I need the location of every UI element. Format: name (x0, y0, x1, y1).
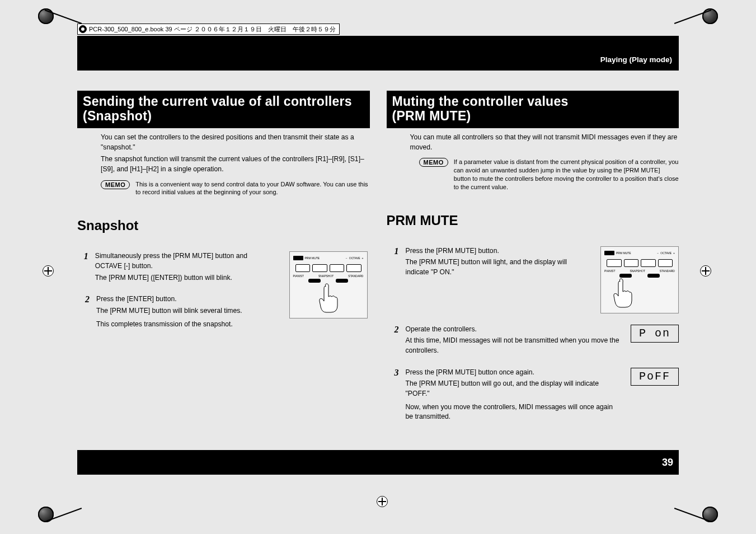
step-2a: Press the [ENTER] button. (96, 294, 242, 305)
step-number: 2 (82, 294, 90, 331)
step-3c: Now, when you move the controllers, MIDI… (406, 402, 620, 422)
build-meta-label: PCR-300_500_800_e.book 39 ページ ２００６年１２月１９… (77, 24, 340, 35)
illus-label-octave: OCTAVE (660, 251, 672, 255)
step-2b: At this time, MIDI messages will not be … (406, 336, 620, 355)
section-title-prmmute: Muting the controller values (PRM MUTE) (387, 91, 679, 128)
section-title-line2: (Snapshot) (83, 109, 364, 123)
illus-label-pianist: PIANIST (293, 274, 304, 278)
step-1a: Simultaneously press the [PRM MUTE] butt… (95, 251, 274, 271)
crop-mark-bottom (377, 496, 390, 509)
step-1b: The [PRM MUTE] ([ENTER]) button will bli… (95, 273, 274, 283)
panel-illustration-left: PRM MUTE − OCTAVE + PIANIST SNAPSHOT STA… (289, 251, 368, 318)
footer-band: 39 (77, 450, 679, 475)
binder-ring-bottom-left (38, 507, 60, 529)
hand-icon (312, 281, 345, 315)
build-meta-text: PCR-300_500_800_e.book 39 ページ ２００６年１２月１９… (89, 25, 336, 34)
illus-label-standard: STANDARD (660, 269, 675, 273)
illus-label-plus: + (673, 251, 675, 255)
section-title-line2: (PRM MUTE) (392, 109, 674, 123)
illus-label-standard: STANDARD (348, 274, 363, 278)
section-title-snapshot: Sending the current value of all control… (77, 91, 370, 128)
prmmute-steps: 1 Press the [PRM MUTE] button. The [PRM … (387, 246, 679, 424)
snapshot-subheader: Snapshot (77, 218, 370, 233)
illus-label-snapshot: SNAPSHOT (318, 274, 334, 278)
step-1a: Press the [PRM MUTE] button. (406, 246, 586, 256)
panel-illustration-right: PRM MUTE − OCTAVE + PIANIST SNAPSHOT (600, 246, 679, 313)
step-number: 1 (82, 251, 88, 284)
step-number: 1 (391, 246, 399, 313)
step-number: 3 (391, 368, 399, 424)
illus-label-prmmute: PRM MUTE (616, 251, 631, 255)
step-1b: The [PRM MUTE] button will light, and th… (406, 257, 586, 277)
snapshot-intro: You can set the controllers to the desir… (77, 133, 370, 175)
step-number: 2 (391, 325, 399, 358)
prmmute-subheader: PRM MUTE (387, 213, 679, 228)
binder-ring-top-left (38, 8, 60, 31)
page-number: 39 (662, 457, 673, 469)
crop-mark-left (43, 265, 56, 279)
binder-ring-bottom-right (696, 507, 718, 529)
bullseye-icon (79, 25, 87, 33)
binder-ring-top-right (696, 8, 718, 31)
lcd-value: PoFF (639, 370, 670, 383)
page: PCR-300_500_800_e.book 39 ページ ２００６年１２月１９… (22, 11, 734, 526)
hand-icon (606, 276, 640, 310)
step-1: 1 Press the [PRM MUTE] button. The [PRM … (391, 246, 679, 313)
intro-p1: You can mute all controllers so that the… (410, 133, 679, 152)
step-2a: Operate the controllers. (406, 325, 620, 335)
memo-text-left: This is a convenient way to send control… (135, 180, 369, 197)
illus-label-prmmute: PRM MUTE (305, 256, 320, 260)
content-area: Sending the current value of all control… (77, 91, 679, 448)
illus-label-minus: − (346, 256, 348, 260)
memo-text-right: If a parameter value is distant from the… (454, 158, 679, 191)
memo-block-right: MEMO If a parameter value is distant fro… (387, 158, 679, 191)
step-3b: The [PRM MUTE] button will go out, and t… (406, 379, 620, 399)
snapshot-steps: 1 Simultaneously press the [PRM MUTE] bu… (77, 251, 274, 331)
crop-mark-right (700, 265, 713, 279)
memo-badge: MEMO (101, 180, 130, 189)
intro-p2: The snapshot function will transmit the … (101, 154, 370, 174)
memo-block-left: MEMO This is a convenient way to send co… (77, 180, 370, 197)
illus-label-plus: + (362, 256, 364, 260)
step-2: 2 Operate the controllers. At this time,… (391, 325, 679, 358)
left-column: Sending the current value of all control… (77, 91, 370, 434)
prmmute-intro: You can mute all controllers so that the… (387, 133, 679, 152)
illus-pill-cancel (647, 274, 660, 278)
header-band: Playing (Play mode) (77, 36, 679, 71)
illus-label-pianist: PIANIST (604, 269, 615, 273)
step-3a: Press the [PRM MUTE] button once again. (406, 368, 620, 378)
right-column: Muting the controller values (PRM MUTE) … (387, 91, 679, 434)
lcd-display-on: P on (631, 325, 679, 343)
step-2: 2 Press the [ENTER] button. The [PRM MUT… (82, 294, 274, 331)
illus-label-minus: − (657, 251, 659, 255)
header-section-title: Playing (Play mode) (600, 55, 672, 64)
illus-label-snapshot: SNAPSHOT (630, 269, 645, 273)
section-title-line1: Muting the controller values (392, 94, 674, 109)
step-1: 1 Simultaneously press the [PRM MUTE] bu… (82, 251, 274, 284)
section-title-line1: Sending the current value of all control… (83, 94, 364, 109)
lcd-value: P on (639, 327, 670, 340)
intro-p1: You can set the controllers to the desir… (101, 133, 370, 152)
illus-label-octave: OCTAVE (349, 256, 360, 260)
step-2b: The [PRM MUTE] button will blink several… (96, 306, 242, 316)
step-3: 3 Press the [PRM MUTE] button once again… (391, 368, 679, 424)
step-2c: This completes transmission of the snaps… (96, 320, 242, 330)
memo-badge: MEMO (419, 158, 448, 167)
lcd-display-off: PoFF (631, 368, 679, 386)
